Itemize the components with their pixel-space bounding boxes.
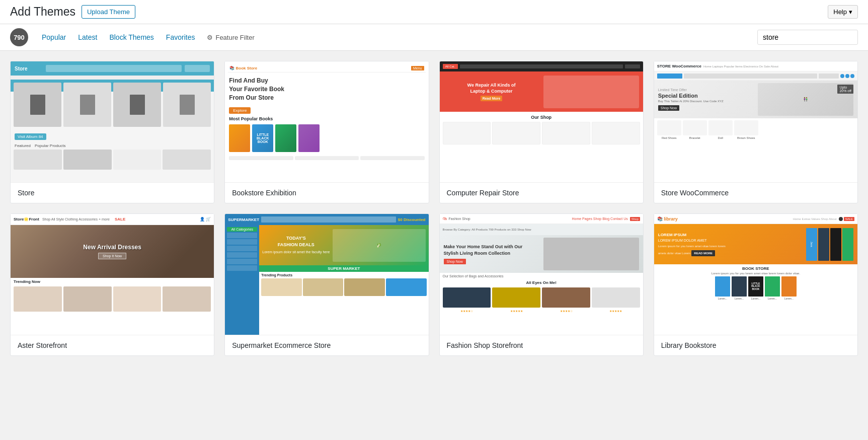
page-title: Add Themes (10, 5, 75, 19)
gear-icon: ⚙ (207, 34, 213, 41)
theme-card-supermarket[interactable]: SUPERMARKET $0 Discounted All Categories (224, 213, 429, 356)
theme-preview-woocommerce: STORE WooCommerce Home Laptops Popular I… (654, 61, 857, 182)
theme-name-fashion: Fashion Shop Storefront (440, 335, 643, 355)
theme-preview-bookstore: 📚 Book Store Menu Find And BuyYour Favor… (225, 61, 428, 182)
tab-block-themes[interactable]: Block Themes (103, 29, 160, 45)
theme-name-computer: Computer Repair Store (440, 182, 643, 203)
theme-preview-store: Store (11, 61, 214, 182)
theme-preview-fashion: 🛍 Fashion Shop Home Pages Shop Blog Cont… (440, 214, 643, 335)
search-input[interactable] (757, 30, 858, 45)
theme-card-store[interactable]: Store (10, 61, 214, 203)
chevron-down-icon: ▾ (849, 8, 852, 16)
theme-name-supermarket: Supermarket Ecommerce Store (225, 335, 428, 355)
theme-card-fashion[interactable]: 🛍 Fashion Shop Home Pages Shop Blog Cont… (439, 213, 644, 356)
theme-card-woocommerce[interactable]: STORE WooCommerce Home Laptops Popular I… (654, 61, 858, 203)
theme-name-storefront: Aster Storefront (11, 335, 214, 355)
tab-popular[interactable]: Popular (36, 29, 72, 45)
theme-name-woocommerce: Store WooCommerce (654, 182, 857, 203)
page-header: Add Themes Upload Theme Help ▾ (0, 0, 868, 24)
help-button[interactable]: Help ▾ (828, 5, 858, 19)
tab-latest[interactable]: Latest (72, 29, 103, 45)
theme-card-library[interactable]: 📚 library Home Extras Values Shop About … (654, 213, 858, 356)
feature-filter-button[interactable]: ⚙ Feature Filter (201, 30, 260, 45)
theme-name-library: Library Bookstore (654, 335, 857, 355)
theme-preview-computer: All Cat. We Repair All Kinds ofLaptop & … (440, 61, 643, 182)
upload-theme-button[interactable]: Upload Theme (82, 5, 135, 19)
theme-name-store: Store (11, 182, 214, 203)
theme-card-storefront[interactable]: Store🌟Front Shop All Style Clothing Acce… (10, 213, 214, 356)
feature-filter-label: Feature Filter (215, 34, 254, 41)
theme-card-bookstore[interactable]: 📚 Book Store Menu Find And BuyYour Favor… (224, 61, 429, 203)
theme-preview-storefront: Store🌟Front Shop All Style Clothing Acce… (11, 214, 214, 335)
theme-count-badge: 790 (10, 28, 28, 46)
theme-preview-library: 📚 library Home Extras Values Shop About … (654, 214, 857, 335)
themes-grid: Store (0, 51, 868, 366)
help-label: Help (833, 8, 847, 16)
theme-preview-supermarket: SUPERMARKET $0 Discounted All Categories (225, 214, 428, 335)
theme-card-computer[interactable]: All Cat. We Repair All Kinds ofLaptop & … (439, 61, 644, 203)
nav-bar: 790 Popular Latest Block Themes Favorite… (0, 24, 868, 51)
theme-name-bookstore: Bookstore Exhibition (225, 182, 428, 203)
tab-favorites[interactable]: Favorites (160, 29, 201, 45)
